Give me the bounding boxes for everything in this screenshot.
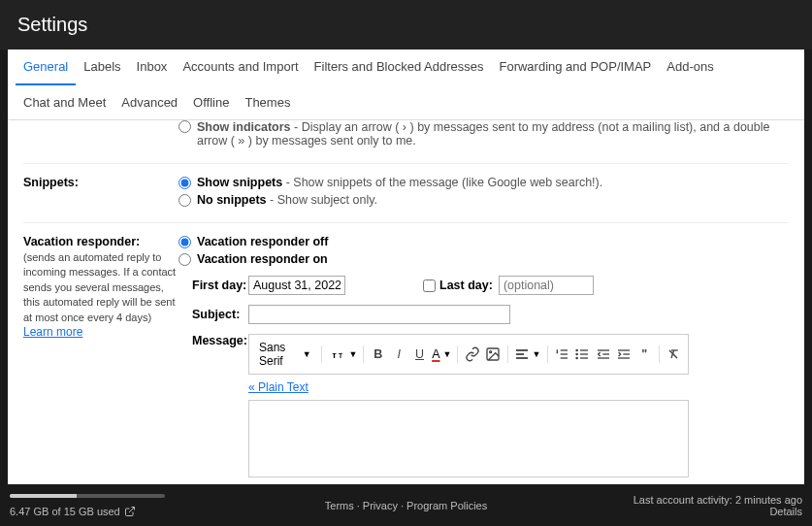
snippets-title: Snippets: [23, 176, 79, 189]
underline-button[interactable]: U [411, 344, 428, 365]
activity-text: Last account activity: 2 minutes ago [633, 494, 802, 506]
section-indicators: Show indicators - Display an arrow ( › )… [23, 120, 789, 164]
radio-vacation-off[interactable] [179, 236, 191, 248]
message-editor[interactable] [248, 400, 689, 477]
storage-text: 6.47 GB of 15 GB used [10, 506, 120, 517]
vacation-off-label: Vacation responder off [197, 235, 328, 248]
remove-formatting-button[interactable] [666, 344, 682, 365]
chevron-down-icon: ▼ [349, 349, 358, 359]
tab-addons[interactable]: Add-ons [659, 49, 721, 85]
svg-point-15 [576, 357, 577, 358]
subject-input[interactable] [248, 305, 510, 324]
subject-label: Subject: [192, 308, 248, 321]
radio-show-snippets[interactable] [179, 177, 191, 189]
first-day-label: First day: [192, 279, 248, 292]
show-snippets-label: Show snippets [197, 176, 282, 189]
svg-text:T: T [339, 352, 342, 359]
tab-forwarding[interactable]: Forwarding and POP/IMAP [491, 49, 659, 85]
numbered-list-button[interactable] [553, 344, 569, 365]
section-vacation: Vacation responder: (sends an automated … [23, 223, 789, 484]
font-family-dropdown[interactable]: Sans Serif ▼ [255, 339, 315, 370]
radio-vacation-on[interactable] [179, 253, 191, 266]
tab-inbox[interactable]: Inbox [129, 49, 176, 85]
svg-point-13 [576, 349, 577, 350]
show-snippets-desc: - Show snippets of the message (like Goo… [282, 176, 602, 189]
font-size-icon: тT [328, 344, 349, 365]
italic-button[interactable]: I [391, 344, 407, 365]
link-button[interactable] [464, 344, 480, 365]
no-snippets-label: No snippets [197, 193, 267, 207]
bullet-list-button[interactable] [574, 344, 591, 365]
main-panel: General Labels Inbox Accounts and Import… [8, 49, 804, 484]
tab-general[interactable]: General [16, 49, 76, 85]
svg-text:т: т [332, 350, 337, 360]
indent-more-button[interactable] [615, 344, 632, 365]
indent-less-button[interactable] [595, 344, 611, 365]
last-day-label: Last day: [439, 279, 493, 292]
tab-filters[interactable]: Filters and Blocked Addresses [307, 49, 492, 85]
settings-content: Show indicators - Display an arrow ( › )… [8, 120, 804, 484]
radio-show-indicators[interactable] [179, 120, 191, 133]
radio-no-snippets[interactable] [179, 194, 191, 207]
section-snippets: Snippets: Show snippets - Show snippets … [23, 164, 789, 223]
no-snippets-desc: - Show subject only. [267, 193, 377, 207]
editor-toolbar: Sans Serif ▼ тT ▼ B I U [248, 334, 689, 375]
text-color-button[interactable]: A ▼ [432, 347, 451, 361]
external-link-icon[interactable] [124, 506, 136, 517]
first-day-input[interactable] [248, 276, 345, 295]
tab-themes[interactable]: Themes [237, 85, 298, 119]
chevron-down-icon: ▼ [303, 349, 311, 359]
tab-offline[interactable]: Offline [185, 85, 237, 119]
last-day-input[interactable] [499, 276, 594, 295]
vacation-title: Vacation responder: [23, 235, 140, 248]
align-button[interactable]: ▼ [514, 346, 541, 362]
font-size-dropdown[interactable]: тT ▼ [328, 344, 358, 365]
settings-header: Settings [0, 0, 812, 49]
page-title: Settings [17, 14, 87, 35]
image-button[interactable] [485, 344, 502, 365]
svg-line-22 [129, 508, 135, 513]
quote-button[interactable]: " [636, 344, 653, 365]
chevron-down-icon: ▼ [533, 349, 541, 359]
bold-button[interactable]: B [370, 344, 386, 365]
footer-links[interactable]: Terms · Privacy · Program Policies [325, 500, 487, 511]
vacation-on-label: Vacation responder on [197, 252, 328, 266]
chevron-down-icon: ▼ [443, 349, 452, 359]
indicators-label: Show indicators [197, 120, 291, 134]
svg-point-14 [576, 353, 577, 354]
tab-advanced[interactable]: Advanced [114, 85, 185, 119]
tab-labels[interactable]: Labels [76, 49, 128, 85]
last-day-checkbox[interactable] [423, 279, 436, 292]
plain-text-link[interactable]: « Plain Text [248, 380, 309, 394]
message-label: Message: [192, 334, 248, 347]
details-link[interactable]: Details [633, 506, 802, 517]
vacation-help: (sends an automated reply to incoming me… [23, 250, 179, 325]
learn-more-link[interactable]: Learn more [23, 325, 82, 339]
tab-accounts[interactable]: Accounts and Import [175, 49, 306, 85]
footer: 6.47 GB of 15 GB used Terms · Privacy · … [0, 484, 812, 523]
svg-point-3 [490, 351, 492, 353]
settings-tabs: General Labels Inbox Accounts and Import… [8, 49, 804, 120]
tab-chat[interactable]: Chat and Meet [16, 85, 114, 119]
storage-bar [10, 494, 165, 498]
